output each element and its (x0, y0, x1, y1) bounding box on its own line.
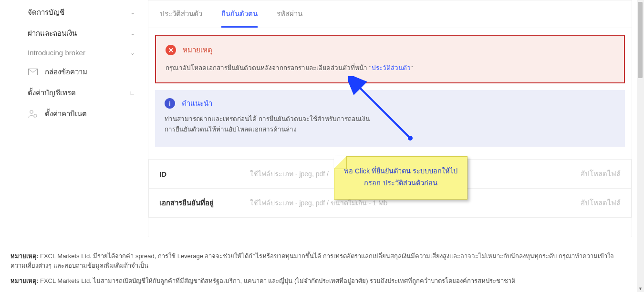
sidebar-item-label: ฝากและถอนเงิน (28, 28, 77, 39)
alert-error: ✕ หมายเหตุ กรุณาอัปโหลดเอกสารยืนยันตัวตน… (155, 35, 625, 83)
sidebar-item-label: ตั้งค่าคาบิเนต (45, 108, 87, 120)
tab-label: รหัสผ่าน (277, 10, 302, 18)
sidebar-item-account-mgmt[interactable]: จัดการบัญชี ⌄ (24, 2, 141, 23)
sidebar-item-label: จัดการบัญชี (28, 7, 64, 18)
chevron-down-icon: ⌄ (130, 30, 135, 37)
footnote-text: FXCL Markets Ltd. ไม่สามารถเปิดบัญชีให้ก… (38, 277, 515, 284)
alert-error-body: กรุณาอัปโหลดเอกสารยืนยันตัวตนหลังจากกรอก… (166, 62, 614, 73)
tab-label: ยืนยันตัวตน (221, 10, 258, 18)
scrollbar-down-icon[interactable]: ▼ (637, 285, 644, 292)
upload-label: เอกสารยืนยันที่อยู่ (159, 197, 250, 209)
alert-info: i คำแนะนำ ท่านสามารถฝากและเทรดก่อนได้ กา… (155, 90, 625, 147)
sidebar-item-trade-account-settings[interactable]: ตั้งค่าบัญชีเทรด ∟ (24, 82, 141, 103)
sticky-line: กรอก ประวัติส่วนตัวก่อน (342, 177, 459, 189)
scrollbar-thumb[interactable] (638, 2, 643, 78)
sidebar-item-deposit-withdraw[interactable]: ฝากและถอนเงิน ⌄ (24, 23, 141, 44)
alert-info-line: การยืนยันตัวตนให้ท่านอัปโหลดเอกสารด้านล่… (165, 124, 615, 135)
tab-password[interactable]: รหัสผ่าน (277, 8, 302, 28)
chevron-down-icon: ⌄ (130, 9, 135, 16)
footnote-2: หมายเหตุ: FXCL Markets Ltd. ไม่สามารถเปิ… (10, 276, 626, 286)
sidebar-item-introducing-broker[interactable]: Introducing broker ⌄ (24, 44, 141, 61)
sidebar: จัดการบัญชี ⌄ ฝากและถอนเงิน ⌄ Introducin… (24, 0, 141, 243)
main-content: ประวัติส่วนตัว ยืนยันตัวตน รหัสผ่าน ✕ หม… (141, 0, 637, 243)
footnote-label: หมายเหตุ: (10, 252, 38, 260)
svg-point-2 (34, 114, 37, 117)
upload-label: ID (159, 170, 250, 178)
alert-error-text: กรุณาอัปโหลดเอกสารยืนยันตัวตนหลังจากกรอก… (166, 64, 372, 71)
alert-error-title: หมายเหตุ (183, 44, 212, 56)
vertical-scrollbar[interactable]: ▼ (637, 0, 644, 292)
footnotes: หมายเหตุ: FXCL Markets Ltd. มีรายได้จากค… (0, 243, 637, 292)
alert-error-link[interactable]: ประวัติส่วนตัว (372, 64, 411, 71)
tabs: ประวัติส่วนตัว ยืนยันตัวตน รหัสผ่าน (148, 0, 632, 28)
alert-error-text: " (411, 64, 413, 71)
corner-mark-icon: ∟ (129, 90, 135, 96)
sticky-line: พอ Click ที่ยืนยันตัวตน ระบบบอกให้ไป (342, 165, 459, 177)
tab-label: ประวัติส่วนตัว (160, 10, 202, 18)
svg-point-1 (30, 111, 33, 113)
sidebar-item-inbox[interactable]: กล่องข้อความ (24, 61, 141, 82)
chevron-down-icon: ⌄ (130, 50, 135, 56)
mail-icon (28, 69, 38, 75)
footnote-label: หมายเหตุ: (10, 277, 38, 284)
user-gear-icon (28, 110, 38, 118)
sidebar-item-cabinet-settings[interactable]: ตั้งค่าคาบิเนต (24, 103, 141, 124)
sidebar-item-label: ตั้งค่าบัญชีเทรด (28, 87, 76, 99)
error-icon: ✕ (166, 45, 176, 55)
profile-card: ประวัติส่วนตัว ยืนยันตัวตน รหัสผ่าน ✕ หม… (148, 0, 632, 237)
tab-personal-history[interactable]: ประวัติส่วนตัว (160, 8, 202, 28)
upload-button[interactable]: อัปโหลดไฟล์ (581, 168, 621, 180)
info-icon: i (165, 98, 175, 109)
sidebar-item-label: กล่องข้อความ (45, 66, 87, 78)
footnote-text: FXCL Markets Ltd. มีรายได้จากค่า spread,… (10, 252, 614, 269)
alert-info-title: คำแนะนำ (182, 98, 212, 109)
footnote-1: หมายเหตุ: FXCL Markets Ltd. มีรายได้จากค… (10, 252, 626, 271)
tab-verify-identity[interactable]: ยืนยันตัวตน (221, 8, 258, 28)
alert-info-line: ท่านสามารถฝากและเทรดก่อนได้ การยืนยันตัว… (165, 114, 615, 124)
annotation-sticky-note: พอ Click ที่ยืนยันตัวตน ระบบบอกให้ไป กรอ… (334, 156, 467, 200)
upload-button[interactable]: อัปโหลดไฟล์ (581, 197, 621, 209)
sidebar-item-label: Introducing broker (28, 49, 85, 57)
